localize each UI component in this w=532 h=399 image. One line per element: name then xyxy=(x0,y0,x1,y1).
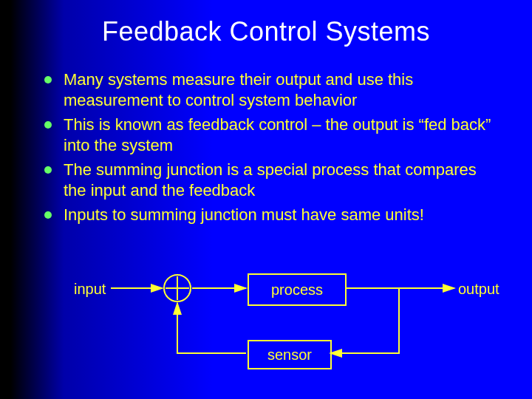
bullet-dot-icon xyxy=(44,211,52,219)
bullet-text: Many systems measure their output and us… xyxy=(64,69,502,110)
slide: Feedback Control Systems Many systems me… xyxy=(0,0,532,399)
summing-junction-icon xyxy=(164,275,191,301)
bullet-text: The summing junction is a special proces… xyxy=(64,160,502,200)
bullet-dot-icon xyxy=(44,76,52,83)
arrow-output-to-sensor xyxy=(330,288,399,353)
list-item: This is known as feedback control – the … xyxy=(44,115,502,155)
list-item: Many systems measure their output and us… xyxy=(44,69,502,110)
slide-title: Feedback Control Systems xyxy=(0,0,532,55)
bullet-dot-icon xyxy=(44,121,52,129)
bullet-list: Many systems measure their output and us… xyxy=(44,69,502,225)
bullet-dot-icon xyxy=(44,166,52,174)
bullet-text: Inputs to summing junction must have sam… xyxy=(64,205,424,225)
bullet-text: This is known as feedback control – the … xyxy=(64,115,502,155)
list-item: The summing junction is a special proces… xyxy=(44,160,502,200)
feedback-diagram: input output process sensor xyxy=(0,259,532,392)
arrow-sensor-to-sum xyxy=(177,303,246,353)
diagram-svg xyxy=(0,259,532,392)
list-item: Inputs to summing junction must have sam… xyxy=(44,205,502,225)
